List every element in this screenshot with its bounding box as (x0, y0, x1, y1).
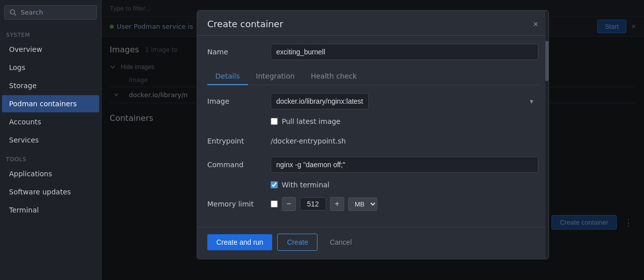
sidebar-item-label: Podman containers (9, 100, 77, 108)
tab-health-check[interactable]: Health check (303, 68, 365, 85)
sidebar-item-label: Applications (9, 170, 52, 178)
name-input[interactable] (271, 44, 538, 60)
memory-unit-select[interactable]: MB B KB GB (348, 197, 377, 211)
sidebar: Search System Overview Logs Storage Podm… (0, 0, 102, 280)
sidebar-item-accounts[interactable]: Accounts (2, 113, 99, 130)
sidebar-section-system: System (0, 25, 101, 40)
pull-latest-label[interactable]: Pull latest image (282, 117, 341, 125)
sidebar-item-label: Storage (9, 82, 37, 90)
sidebar-section-tools: Tools (0, 149, 101, 165)
name-label: Name (207, 48, 263, 56)
sidebar-item-label: Terminal (9, 206, 39, 214)
modal-close-button[interactable]: × (533, 20, 538, 29)
modal-body: Name Details Integration Health check Im… (197, 36, 548, 227)
memory-increment-button[interactable]: + (330, 197, 344, 211)
entrypoint-value: /docker-entrypoint.sh (271, 133, 538, 149)
modal-overlay: Create container × Name Details Integrat… (102, 0, 644, 280)
sidebar-item-services[interactable]: Services (2, 131, 99, 149)
search-label: Search (21, 9, 43, 16)
entrypoint-label: Entrypoint (207, 137, 263, 145)
entrypoint-group: Entrypoint /docker-entrypoint.sh (207, 133, 538, 149)
memory-limit-label: Memory limit (207, 200, 263, 208)
sidebar-item-logs[interactable]: Logs (2, 59, 99, 76)
cancel-button[interactable]: Cancel (323, 234, 359, 250)
image-select[interactable]: docker.io/library/nginx:latest (271, 93, 369, 109)
sidebar-item-overview[interactable]: Overview (2, 41, 99, 58)
pull-latest-checkbox[interactable] (271, 118, 278, 125)
with-terminal-label[interactable]: With terminal (282, 181, 330, 189)
pull-latest-group: Pull latest image (271, 117, 538, 125)
chevron-down-icon: ▾ (530, 97, 533, 105)
name-form-group: Name (207, 44, 538, 60)
sidebar-item-applications[interactable]: Applications (2, 165, 99, 182)
modal-title: Create container (207, 19, 283, 29)
sidebar-item-software-updates[interactable]: Software updates (2, 183, 99, 200)
image-label: Image (207, 97, 263, 105)
tab-bar: Details Integration Health check (207, 68, 538, 85)
modal-header: Create container × (197, 11, 548, 36)
svg-line-1 (14, 14, 16, 15)
memory-value-input[interactable] (300, 197, 326, 211)
with-terminal-group: With terminal (271, 181, 538, 189)
main-content: User Podman service is Start × Images 1 … (102, 0, 644, 280)
sidebar-item-terminal[interactable]: Terminal (2, 201, 99, 219)
sidebar-item-label: Accounts (9, 118, 41, 126)
memory-limit-checkbox[interactable] (271, 200, 278, 207)
memory-controls: − + MB B KB GB (271, 197, 538, 211)
sidebar-item-label: Overview (9, 45, 42, 53)
sidebar-item-label: Services (9, 136, 39, 144)
sidebar-item-podman-containers[interactable]: Podman containers (2, 95, 99, 112)
sidebar-item-label: Software updates (9, 188, 71, 196)
create-container-modal: Create container × Name Details Integrat… (197, 10, 549, 259)
modal-scrollbar (545, 11, 548, 259)
create-and-run-button[interactable]: Create and run (207, 234, 272, 250)
modal-scrollbar-thumb (545, 41, 548, 81)
create-button[interactable]: Create (277, 234, 317, 251)
image-select-wrapper: docker.io/library/nginx:latest ▾ (271, 93, 538, 109)
memory-limit-group: Memory limit − + MB B KB GB (207, 197, 538, 211)
tab-integration[interactable]: Integration (248, 68, 303, 85)
command-input[interactable] (271, 157, 538, 173)
memory-decrement-button[interactable]: − (282, 197, 296, 211)
modal-footer: Create and run Create Cancel (197, 227, 548, 259)
tab-details[interactable]: Details (207, 68, 248, 85)
search-icon (10, 9, 17, 16)
sidebar-item-label: Logs (9, 63, 25, 72)
search-box[interactable]: Search (4, 5, 97, 20)
with-terminal-checkbox[interactable] (271, 181, 278, 188)
command-label: Command (207, 161, 263, 169)
image-form-group: Image docker.io/library/nginx:latest ▾ (207, 93, 538, 109)
command-form-group: Command (207, 157, 538, 173)
sidebar-item-storage[interactable]: Storage (2, 77, 99, 94)
